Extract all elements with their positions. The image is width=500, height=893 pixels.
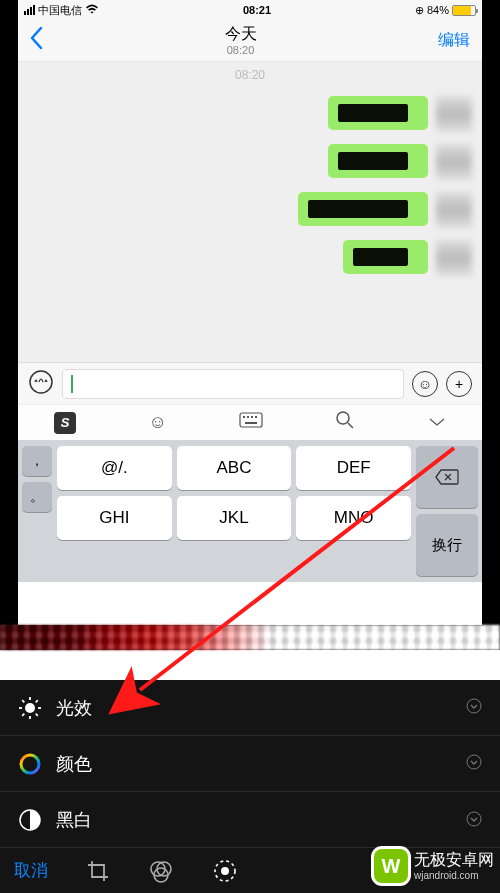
- edit-options-list: 光效 颜色: [0, 680, 500, 848]
- message-input[interactable]: [62, 369, 404, 399]
- adjust-tool-icon[interactable]: [212, 858, 238, 884]
- keyboard: ， 。 @/. ABC DEF GHI JKL MNO 换行: [18, 440, 482, 582]
- edit-button[interactable]: 编辑: [438, 30, 470, 51]
- edit-row-label: 黑白: [56, 808, 452, 832]
- key-comma[interactable]: ，: [22, 446, 52, 476]
- svg-line-15: [36, 713, 38, 715]
- svg-line-16: [22, 713, 24, 715]
- key-mno[interactable]: MNO: [296, 496, 411, 540]
- chat-timestamp: 08:20: [18, 68, 482, 82]
- svg-line-14: [22, 700, 24, 702]
- battery-percent: 84%: [427, 4, 449, 16]
- color-ring-icon: [18, 752, 42, 776]
- chevron-down-icon: [466, 698, 482, 717]
- svg-point-18: [467, 699, 481, 713]
- nav-title: 今天: [225, 24, 257, 43]
- nav-center: 今天 08:20: [225, 24, 257, 56]
- message-row: [18, 186, 482, 234]
- status-time: 08:21: [243, 4, 271, 16]
- key-jkl[interactable]: JKL: [177, 496, 292, 540]
- status-left: 中国电信: [24, 3, 99, 18]
- svg-point-27: [221, 867, 229, 875]
- edit-row-label: 光效: [56, 696, 452, 720]
- wifi-icon: [85, 4, 99, 16]
- key-linebreak[interactable]: 换行: [416, 514, 478, 576]
- message-row: [18, 234, 482, 282]
- edit-row-bw[interactable]: 黑白: [0, 792, 500, 848]
- message-bubble[interactable]: [343, 240, 428, 274]
- photo-edit-panel: 光效 颜色: [0, 625, 500, 893]
- svg-point-22: [467, 812, 481, 826]
- key-backspace[interactable]: [416, 446, 478, 508]
- svg-point-19: [21, 755, 39, 773]
- edit-row-light[interactable]: 光效: [0, 680, 500, 736]
- emoji-tab-icon[interactable]: ☺: [148, 412, 166, 433]
- viewer-left-bar: [0, 0, 18, 630]
- svg-line-8: [348, 423, 353, 428]
- svg-rect-1: [240, 413, 262, 427]
- edit-row-color[interactable]: 颜色: [0, 736, 500, 792]
- chevron-down-icon: [466, 811, 482, 830]
- edit-preview-strip: [0, 625, 500, 650]
- avatar[interactable]: [436, 144, 472, 180]
- svg-rect-6: [245, 422, 257, 424]
- message-bubble[interactable]: [298, 192, 428, 226]
- battery-icon: [452, 5, 476, 16]
- svg-rect-2: [243, 416, 245, 418]
- emoji-icon[interactable]: ☺: [412, 371, 438, 397]
- svg-line-17: [36, 700, 38, 702]
- keyboard-toolbar: S ☺: [18, 404, 482, 440]
- redacted-text: [308, 200, 408, 218]
- key-abc[interactable]: ABC: [177, 446, 292, 490]
- avatar[interactable]: [436, 192, 472, 228]
- key-period[interactable]: 。: [22, 482, 52, 512]
- chevron-down-icon: [466, 754, 482, 773]
- message-bubble[interactable]: [328, 96, 428, 130]
- filters-tool-icon[interactable]: [148, 858, 174, 884]
- black-white-icon: [18, 808, 42, 832]
- edit-bottom-bar: 取消: [0, 847, 500, 893]
- message-bubble[interactable]: [328, 144, 428, 178]
- brightness-icon: [18, 696, 42, 720]
- avatar[interactable]: [436, 96, 472, 132]
- svg-point-7: [337, 412, 349, 424]
- back-button[interactable]: [30, 27, 43, 55]
- avatar[interactable]: [436, 240, 472, 276]
- redacted-text: [353, 248, 408, 266]
- svg-point-9: [25, 703, 35, 713]
- svg-rect-5: [255, 416, 257, 418]
- edit-row-label: 颜色: [56, 752, 452, 776]
- svg-point-0: [30, 371, 52, 393]
- svg-rect-3: [247, 416, 249, 418]
- nav-bar: 今天 08:20 编辑: [18, 20, 482, 62]
- redacted-text: [338, 152, 408, 170]
- svg-point-20: [467, 755, 481, 769]
- text-cursor: [71, 375, 73, 393]
- viewer-right-bar: [482, 0, 500, 630]
- screenshot-preview: 中国电信 08:21 ⊕ 84% 今天 08:20 编辑 08:20: [18, 0, 482, 630]
- collapse-icon[interactable]: [428, 412, 446, 433]
- status-bar: 中国电信 08:21 ⊕ 84%: [18, 0, 482, 20]
- search-tab-icon[interactable]: [335, 410, 355, 435]
- crop-tool-icon[interactable]: [86, 859, 110, 883]
- message-row: [18, 138, 482, 186]
- voice-icon[interactable]: [28, 369, 54, 399]
- keyboard-tab-icon[interactable]: [239, 412, 263, 433]
- redacted-text: [338, 104, 408, 122]
- alarm-icon: ⊕: [415, 4, 424, 17]
- signal-icon: [24, 5, 35, 15]
- svg-rect-4: [251, 416, 253, 418]
- sogou-icon[interactable]: S: [54, 412, 76, 434]
- edit-gap: [0, 650, 500, 680]
- plus-icon[interactable]: +: [446, 371, 472, 397]
- carrier-label: 中国电信: [38, 3, 82, 18]
- message-row: [18, 90, 482, 138]
- message-input-bar: ☺ +: [18, 362, 482, 404]
- key-ghi[interactable]: GHI: [57, 496, 172, 540]
- key-def[interactable]: DEF: [296, 446, 411, 490]
- status-right: ⊕ 84%: [415, 4, 476, 17]
- nav-subtitle: 08:20: [225, 44, 257, 57]
- chat-area: 08:20: [18, 62, 482, 362]
- key-at[interactable]: @/.: [57, 446, 172, 490]
- cancel-button[interactable]: 取消: [14, 859, 48, 882]
